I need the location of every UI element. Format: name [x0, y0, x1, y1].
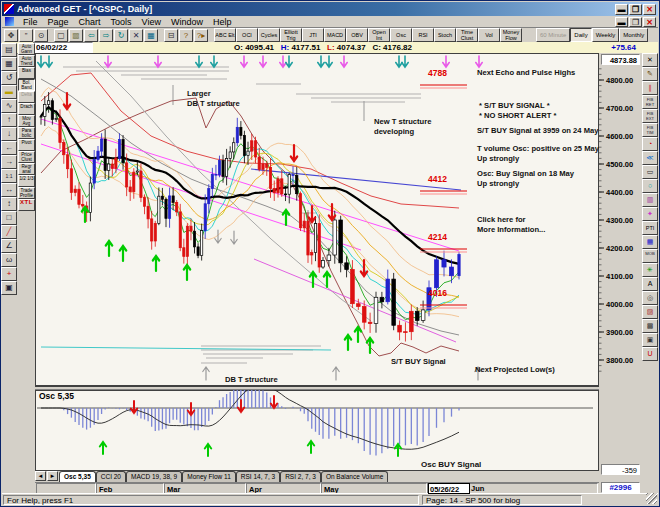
reset-icon[interactable]: ↺	[1, 71, 17, 85]
study-button-regr-anal[interactable]: Regr anal	[18, 163, 35, 175]
study-button-trade-profile[interactable]: Trade Profile	[18, 187, 35, 199]
refresh-icon[interactable]: ↻	[114, 29, 128, 42]
color-palette-icon[interactable]: ▨	[642, 305, 658, 319]
cycle-icon[interactable]: ◔	[642, 137, 658, 151]
gann-box-icon[interactable]: ▭	[642, 165, 658, 179]
text-tool-icon[interactable]: A	[642, 277, 658, 291]
study-button-drach[interactable]: Drach	[18, 103, 35, 115]
ellipse-icon[interactable]: ○	[642, 179, 658, 193]
print-icon[interactable]: ⊟	[164, 29, 178, 42]
tab-scroll-left[interactable]: ◄	[35, 471, 46, 481]
timeframe-daily[interactable]: Daily	[570, 28, 591, 42]
study-toolbar-time-clust[interactable]: Time Clust	[456, 28, 478, 42]
study-toolbar-vol[interactable]: Vol	[478, 28, 500, 42]
pin-icon[interactable]: ✥	[4, 29, 18, 42]
tab-rsi-2-7-3[interactable]: RSI 2, 7, 3	[280, 471, 321, 482]
click-more-link[interactable]: Click here for	[477, 215, 526, 224]
scroll-up-icon[interactable]: ↑	[1, 113, 17, 127]
scroll-down-icon[interactable]: ↓	[1, 127, 17, 141]
menu-tools[interactable]: Tools	[106, 17, 137, 27]
make-or-break-icon[interactable]: ✦	[642, 207, 658, 221]
study-toolbar-elliott-trig[interactable]: Elliott Trig	[280, 28, 302, 42]
grid-icon[interactable]: ▦	[642, 235, 658, 249]
study-toolbar-macd[interactable]: MACD	[324, 28, 346, 42]
tj-web-icon[interactable]: ω	[1, 253, 17, 267]
tab-money-flow-11[interactable]: Money Flow 11	[182, 471, 236, 482]
study-toolbar-cycles[interactable]: Cycles	[258, 28, 280, 42]
click-more-link[interactable]: More Information...	[477, 225, 545, 234]
help-icon[interactable]: ?	[179, 29, 193, 42]
scroll-left-icon[interactable]: ←	[1, 141, 17, 155]
close-button[interactable]: ✕	[643, 4, 656, 15]
open-chart-icon[interactable]: ▤	[1, 43, 17, 57]
actual-size-icon[interactable]: 1:1	[1, 169, 17, 183]
mdi-restore-button[interactable]: ❐	[629, 17, 642, 27]
study-toolbar-jti[interactable]: JTI	[302, 28, 324, 42]
context-help-icon[interactable]: ?▸	[194, 29, 208, 42]
new-page-icon[interactable]: ▢	[54, 29, 68, 42]
study-button-bias[interactable]: Bias	[18, 67, 35, 79]
tab-on-balance-volume[interactable]: On Balance Volume	[321, 471, 388, 482]
study-button-para-bolic[interactable]: Para bolic	[18, 127, 35, 139]
menu-file[interactable]: File	[18, 17, 43, 27]
study-button-auto-trend[interactable]: Auto Trend	[18, 55, 35, 67]
timeframe-monthly[interactable]: Monthly	[619, 28, 648, 42]
magnify-icon[interactable]: ◎	[642, 291, 658, 305]
fib-retrace-icon[interactable]: FIB RET	[642, 95, 658, 109]
study-toolbar-oci[interactable]: OCI	[236, 28, 258, 42]
study-toolbar-stoch[interactable]: Stoch	[434, 28, 456, 42]
timeframe-60-minute[interactable]: 60 Minute	[536, 28, 570, 42]
study-button-delta[interactable]: Delta	[18, 91, 35, 103]
maximize-button[interactable]: ❐	[629, 4, 642, 15]
zoom-icon[interactable]: ⊙	[34, 29, 48, 42]
erase-icon[interactable]: ✕	[642, 53, 658, 67]
tab-scroll-right[interactable]: ►	[47, 471, 58, 481]
menu-help[interactable]: Help	[208, 17, 237, 27]
chart-icon[interactable]: ▦	[144, 29, 158, 42]
scroll-right-icon[interactable]: →	[1, 155, 17, 169]
study-toolbar-abc-elt[interactable]: ABC Elt	[214, 28, 236, 42]
menu-window[interactable]: Window	[166, 17, 208, 27]
study-button-price-clust[interactable]: Price Clust	[18, 151, 35, 163]
title-bar[interactable]: Advanced GET - [^GSPC, Daily] ▬ ❐ ✕	[2, 2, 658, 16]
date-marker-box[interactable]: 05/26/22	[428, 483, 470, 494]
study-button-auto-gann[interactable]: Auto Gann	[18, 43, 35, 55]
chart-window-icon[interactable]	[5, 17, 14, 26]
quote-icon[interactable]: ”	[19, 29, 33, 42]
forward-icon[interactable]: ⇨	[99, 29, 113, 42]
gann-grid-icon[interactable]: ▦	[1, 57, 17, 71]
copy-page-icon[interactable]: ▣	[642, 333, 658, 347]
crosshair-icon[interactable]: +	[1, 267, 17, 281]
lines-tool-icon[interactable]: ╱	[1, 225, 17, 239]
elliott-wave-icon[interactable]: ∿	[1, 99, 17, 113]
back-icon[interactable]: ⇦	[84, 29, 98, 42]
study-toolbar-osc[interactable]: Osc	[390, 28, 412, 42]
gann-fan-icon[interactable]: ≪	[642, 151, 658, 165]
fib-time-icon[interactable]: FIB TIM	[642, 123, 658, 137]
pencil-icon[interactable]: ✎	[642, 67, 658, 81]
mdi-minimize-button[interactable]: ▬	[615, 17, 628, 27]
tab-rsi-14-7-3[interactable]: RSI 14, 7, 3	[236, 471, 280, 482]
study-toolbar-rsi[interactable]: RSI	[412, 28, 434, 42]
mob-bars-icon[interactable]: MOB	[642, 249, 658, 263]
study-button-pivot[interactable]: Pivot	[18, 139, 35, 151]
mdi-close-button[interactable]: ✕	[643, 17, 656, 27]
fib-extension-icon[interactable]: FIB EXT	[642, 109, 658, 123]
timeframe-weekly[interactable]: Weekly	[592, 28, 620, 42]
roots-icon[interactable]: ✳	[642, 263, 658, 277]
minimize-button[interactable]: ▬	[615, 4, 628, 15]
oscillator-panel[interactable]: Osc 5,35Osc BUY Signal	[35, 390, 599, 471]
study-toolbar-money-flow[interactable]: Money Flow	[500, 28, 522, 42]
resize-grip[interactable]	[646, 493, 657, 504]
study-toolbar-open-int[interactable]: Open Int	[368, 28, 390, 42]
mob-study-icon[interactable]: ▥	[642, 193, 658, 207]
new-window-icon[interactable]: ▣	[1, 281, 17, 295]
delete-icon[interactable]: ✕	[129, 29, 143, 42]
tab-osc-5-35[interactable]: Osc 5,35	[59, 471, 96, 482]
undo-icon[interactable]: U	[642, 347, 658, 361]
menu-view[interactable]: View	[137, 17, 166, 27]
gann-angles-icon[interactable]: ∠	[1, 239, 17, 253]
study-button-bol-band[interactable]: Bol. Band	[18, 79, 35, 91]
study-button-xtl[interactable]: XTL	[18, 199, 35, 211]
menu-page[interactable]: Page	[43, 17, 74, 27]
